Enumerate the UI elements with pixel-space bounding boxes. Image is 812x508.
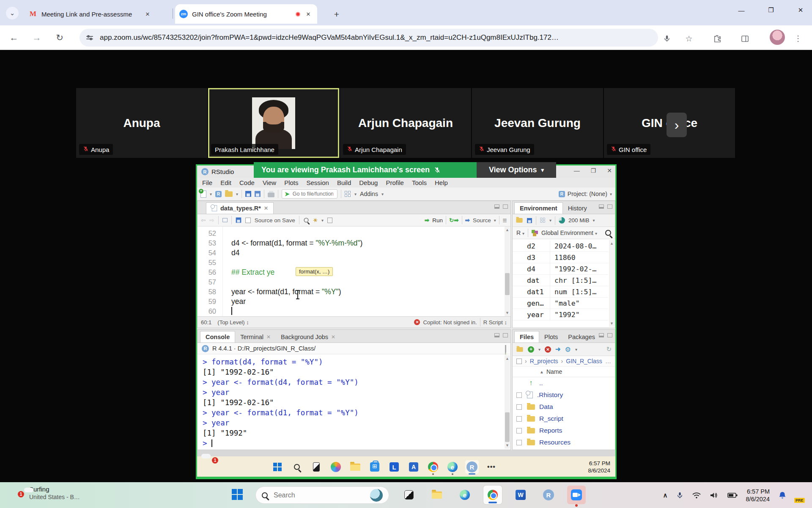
window-minimize-button[interactable]: — [732,0,751,20]
code-editor[interactable]: 5253d4 <- format(d1, format = "%Y-%m-%d"… [198,226,510,316]
addins-button[interactable]: Addins [360,190,378,197]
tab-plots[interactable]: Plots [539,331,563,342]
source-dropdown-icon[interactable]: ▾ [494,218,496,223]
menu-session[interactable]: Session [307,179,329,186]
environment-variable-row[interactable]: d22024-08-0… [513,240,608,252]
environment-variable-row[interactable]: d4"1992-02-… [513,263,608,275]
window-maximize-button[interactable]: ❐ [761,0,781,20]
menu-debug[interactable]: Debug [359,179,378,186]
language-selector[interactable]: R ▾ [516,229,524,236]
console-scrollbar[interactable]: ▲ ▼ [505,355,510,449]
breadcrumb-gin-r-class[interactable]: GIN_R_Class [566,358,602,364]
save-icon[interactable] [245,191,251,197]
maximize-pane-icon[interactable] [503,204,508,209]
code-tools-wand-icon[interactable]: ✶ [311,216,319,224]
start-icon[interactable] [271,460,284,474]
document-outline-icon[interactable]: ≣ [502,217,507,224]
mic-icon[interactable] [661,32,673,45]
select-all-checkbox[interactable] [516,359,522,364]
file-name[interactable]: .Rhistory [537,391,563,399]
code-line[interactable]: 54d4 [198,248,505,258]
volume-icon[interactable] [710,491,719,499]
file-checkbox[interactable] [516,392,522,398]
notification-bell-icon[interactable] [778,491,787,500]
menu-help[interactable]: Help [435,179,448,186]
tab-gmail[interactable]: M Meeting Link and Pre-assessme ✕ [25,4,167,24]
breadcrumb-r-projects[interactable]: R_projects [530,358,558,364]
file-checkbox[interactable] [516,440,522,445]
save-workspace-icon[interactable] [527,218,532,223]
project-dropdown-icon[interactable]: ▾ [610,192,612,196]
back-icon[interactable]: ⇦ [201,217,206,224]
rstudio-restore-icon[interactable]: ❐ [591,167,596,174]
code-tools-dropdown-icon[interactable]: ▾ [321,218,324,223]
close-icon[interactable]: ✕ [264,205,268,211]
file-name[interactable]: Reports [539,427,562,434]
tab-console[interactable]: Console [200,331,235,342]
copilot-pre-icon[interactable]: PRE [795,489,808,502]
chrome-icon[interactable] [426,460,440,474]
console-output[interactable]: > format(d4, format = "%Y")[1] "1992-02-… [198,354,510,450]
participant-tile[interactable]: Prakash Lamichhane [208,88,339,158]
store-icon[interactable] [368,460,381,474]
rstudio-close-icon[interactable]: ✕ [607,167,612,174]
source-button[interactable]: Source [473,217,491,224]
minimize-pane-icon[interactable] [599,333,604,337]
search-highlight-image[interactable] [370,489,383,502]
edge-icon[interactable]: e [446,460,459,474]
wifi-icon[interactable] [692,491,701,499]
breadcrumb-more[interactable]: … [605,358,611,364]
environment-scrollbar[interactable]: ▲ ▼ [609,240,614,327]
file-explorer-icon[interactable] [348,460,362,474]
url-text[interactable]: app.zoom.us/wc/85743253202/join?fromPWA=… [100,33,559,42]
file-checkbox[interactable] [516,428,522,433]
new-file-icon[interactable]: + [528,346,534,353]
file-row[interactable]: .Rhistory [513,389,615,401]
copilot-icon[interactable] [329,460,343,474]
reload-icon[interactable]: ↻ [53,31,66,44]
tab-history[interactable]: History [563,202,592,214]
menu-code[interactable]: Code [239,179,255,186]
rstudio-icon[interactable]: R [539,486,558,504]
menu-build[interactable]: Build [337,179,351,186]
code-line[interactable]: 53d4 <- format(d1, format = "%Y-%m-%d") [198,238,505,248]
refresh-icon[interactable]: ↻ [606,345,612,353]
rstudio-icon[interactable]: R [465,460,479,474]
menu-plots[interactable]: Plots [284,179,298,186]
file-type-selector[interactable]: R Script ↕ [483,319,507,326]
taskview-icon[interactable] [310,460,323,474]
tab-packages[interactable]: Packages [563,331,600,342]
shared-weather-widget[interactable]: 1 [200,459,217,475]
file-name[interactable]: R_script [539,415,563,422]
view-options-button[interactable]: View Options▾ [477,162,556,178]
code-line[interactable]: 60 [198,306,505,316]
file-row[interactable]: Resources [513,436,615,448]
environment-variable-row[interactable]: datchr [1:5]… [513,275,608,286]
project-button[interactable]: Project: (None) [568,190,607,197]
source-on-save-checkbox[interactable] [245,218,251,223]
participant-tile[interactable]: Arjun ChapagainArjun Chapagain [340,88,471,158]
side-panel-icon[interactable] [738,32,751,45]
word-icon[interactable]: W [511,486,530,504]
menu-tools[interactable]: Tools [412,179,427,186]
memory-dropdown-icon[interactable]: ▾ [593,218,595,223]
code-line[interactable]: 57 [198,277,505,287]
search-input[interactable] [273,491,349,500]
next-participants-button[interactable]: › [667,113,687,137]
more-icon[interactable]: ••• [485,460,498,474]
tab-background-jobs[interactable]: Background Jobs✕ [276,331,340,342]
shared-taskbar-clock[interactable]: 6:57 PM 8/6/2024 [588,460,610,474]
goto-file-input[interactable] [292,190,334,197]
copilot-status[interactable]: Copilot: Not signed in. [423,319,477,326]
panes-dropdown-icon[interactable]: ▾ [354,192,357,196]
maximize-pane-icon[interactable] [607,333,612,337]
browser-menu-icon[interactable]: ⋮ [792,32,804,45]
taskbar-search[interactable] [255,486,389,504]
profile-avatar[interactable] [770,30,785,45]
minimize-pane-icon[interactable] [494,204,499,209]
search-icon[interactable] [290,460,304,474]
minimize-pane-icon[interactable] [494,333,499,337]
new-tab-button[interactable]: + [331,8,343,20]
taskview-icon[interactable] [400,486,418,504]
import-dataset-icon[interactable] [540,218,546,223]
